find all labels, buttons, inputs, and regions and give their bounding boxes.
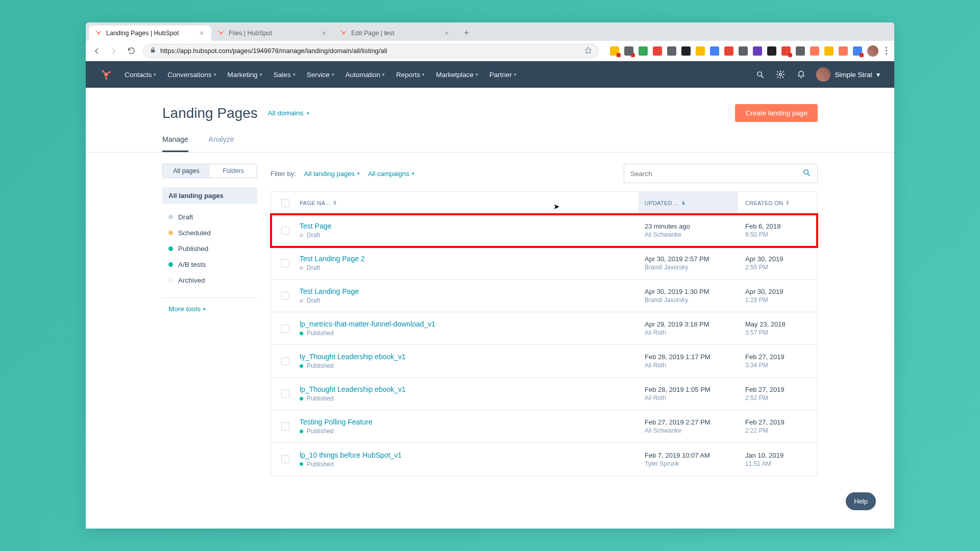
page-name-link[interactable]: lp_metrics-that-matter-funnel-download_v… [300,320,639,328]
hubspot-logo-icon[interactable] [100,68,112,81]
new-tab-button[interactable] [459,26,474,40]
extension-icon[interactable] [710,46,719,56]
chevron-down-icon: ▾ [293,72,296,77]
filter-label: Filter by: [271,170,296,178]
notifications-bell-icon[interactable] [796,69,806,80]
sidebar-status-archived[interactable]: Archived [162,272,257,288]
extension-icon[interactable] [639,46,648,56]
extension-icon[interactable] [781,46,791,56]
search-icon[interactable] [755,69,765,80]
filter-landing-pages[interactable]: All landing pages ▾ [304,170,360,178]
created-date: Apr 30, 2019 [745,288,810,295]
select-all-checkbox[interactable] [281,199,289,207]
browser-tab[interactable]: Edit Page | test [334,26,456,41]
extension-icon[interactable] [653,46,662,56]
status-dot-icon [300,397,303,400]
extension-icon[interactable] [696,46,705,56]
extension-icon[interactable] [610,46,619,56]
page-name-link[interactable]: Test Landing Page [300,287,639,295]
nav-partner[interactable]: Partner▾ [489,71,517,79]
row-checkbox[interactable] [281,357,289,365]
created-time: 2:52 PM [745,394,810,402]
row-checkbox[interactable] [281,324,289,333]
page-name-link[interactable]: Test Landing Page 2 [300,255,639,263]
search-icon[interactable] [802,168,811,179]
row-checkbox[interactable] [281,455,289,463]
table-row: ty_Thought Leadership ebook_v1 Published… [271,345,817,378]
sidebar-status-draft[interactable]: Draft [162,209,257,225]
sort-icon [682,201,685,205]
url-field[interactable]: https://app.hubspot.com/pages/1949878/ma… [143,44,599,58]
status-dot-icon [168,215,173,219]
row-checkbox[interactable] [281,227,289,235]
sidebar-status-published[interactable]: Published [162,241,257,257]
page-name-link[interactable]: lp_10 things before HubSpot_v1 [300,451,639,459]
col-created[interactable]: CREATED ON [738,200,817,206]
nav-service[interactable]: Service▾ [307,71,334,79]
nav-contacts[interactable]: Contacts▾ [125,71,156,79]
extension-icon[interactable] [853,46,862,56]
back-button[interactable] [91,45,102,57]
more-tools-dropdown[interactable]: More tools ▾ [162,305,257,313]
extension-icon[interactable] [810,46,819,56]
seg-folders[interactable]: Folders [210,164,257,178]
nav-marketplace[interactable]: Marketplace▾ [436,71,478,79]
row-checkbox[interactable] [281,390,289,398]
nav-reports[interactable]: Reports▾ [396,71,425,79]
nav-marketing[interactable]: Marketing▾ [228,71,262,79]
tab-manage[interactable]: Manage [162,135,188,152]
extension-icon[interactable] [667,46,676,56]
tab-close-icon[interactable] [443,30,450,37]
settings-gear-icon[interactable] [775,69,786,80]
created-time: 3:57 PM [745,329,810,336]
row-checkbox[interactable] [281,259,289,267]
forward-button[interactable] [108,45,119,57]
row-checkbox[interactable] [281,292,289,300]
profile-avatar[interactable] [867,45,878,57]
extension-icon[interactable] [824,46,834,56]
browser-tab[interactable]: Landing Pages | HubSpot [89,26,211,41]
table-row: Test Page Draft 23 minutes ago Ali Schwa… [271,214,817,247]
page-name-link[interactable]: Test Page [300,222,639,230]
col-page-name[interactable]: PAGE NA... [300,200,639,206]
nav-automation[interactable]: Automation▾ [346,71,385,79]
page-name-link[interactable]: lp_Thought Leadership ebook_v1 [300,385,639,393]
browser-menu-button[interactable] [884,45,889,57]
seg-all-pages[interactable]: All pages [163,164,210,178]
browser-tab[interactable]: Files | HubSpot [211,26,334,41]
help-button[interactable]: Help [846,492,876,510]
account-selector[interactable]: Simple Strat ▾ [816,67,880,82]
page-name-link[interactable]: Testing Polling Feature [300,418,639,426]
tab-close-icon[interactable] [198,30,205,37]
col-updated[interactable]: UPDATED ... [639,192,738,214]
create-landing-page-button[interactable]: Create landing page [735,104,818,122]
row-checkbox[interactable] [281,422,289,431]
extension-icon[interactable] [624,46,633,56]
tab-close-icon[interactable] [321,30,328,37]
extension-icon[interactable] [681,46,691,56]
sidebar-status-scheduled[interactable]: Scheduled [162,225,257,241]
page-name-link[interactable]: ty_Thought Leadership ebook_v1 [300,353,639,361]
updated-by: Ali Schwanke [645,231,732,238]
updated-by: Ali Roth [645,329,732,336]
sidebar-category[interactable]: All landing pages [162,187,257,204]
nav-conversations[interactable]: Conversations▾ [167,71,216,79]
filter-row: Filter by: All landing pages ▾ All campa… [271,164,818,183]
reload-button[interactable] [126,45,137,57]
extension-icon[interactable] [739,46,748,56]
extension-icon[interactable] [767,46,776,56]
sidebar-status-a-b-tests[interactable]: A/B tests [162,257,257,272]
search-field[interactable] [624,164,818,183]
extension-icon[interactable] [839,46,848,56]
extension-icon[interactable] [724,46,733,56]
nav-sales[interactable]: Sales▾ [274,71,296,79]
filter-campaigns[interactable]: All campaigns ▾ [368,170,414,178]
extension-icon[interactable] [796,46,805,56]
created-time: 9:50 PM [745,231,810,238]
tab-analyze[interactable]: Analyze [209,135,234,152]
domain-selector[interactable]: All domains ▾ [268,109,309,117]
extension-icon[interactable] [753,46,762,56]
tab-label: Edit Page | test [351,30,395,37]
bookmark-star-icon[interactable] [584,46,592,56]
search-input[interactable] [630,170,802,178]
